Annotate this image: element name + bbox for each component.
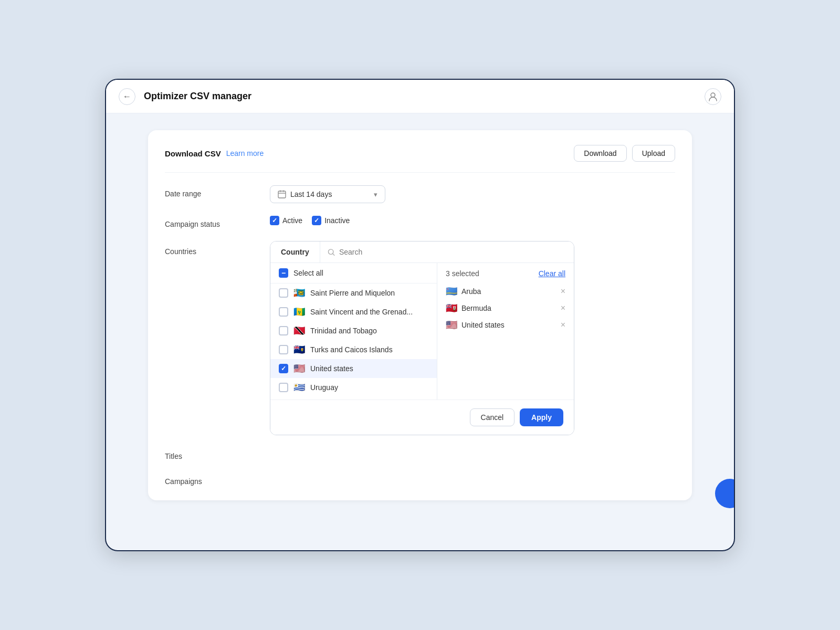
country-checkbox[interactable] bbox=[279, 326, 288, 335]
select-all-checkbox[interactable] bbox=[279, 268, 288, 278]
download-csv-bar: Download CSV Learn more Download Upload bbox=[165, 145, 675, 173]
cancel-button[interactable]: Cancel bbox=[470, 408, 515, 426]
country-list-item[interactable]: 🇻🇨Saint Vincent and the Grenad... bbox=[270, 302, 437, 321]
remove-country-button[interactable]: × bbox=[561, 287, 565, 296]
user-icon[interactable] bbox=[705, 88, 721, 105]
selected-country-item: 🇦🇼Aruba× bbox=[446, 283, 565, 300]
selected-country-left: 🇺🇸United states bbox=[446, 320, 505, 330]
clear-all-button[interactable]: Clear all bbox=[539, 269, 565, 278]
country-tab[interactable]: Country bbox=[270, 242, 320, 262]
main-card: Download CSV Learn more Download Upload … bbox=[148, 130, 692, 500]
country-checkbox[interactable] bbox=[279, 288, 288, 298]
titles-row: Titles bbox=[165, 448, 675, 460]
page-title: Optimizer CSV manager bbox=[144, 91, 251, 102]
countries-row: Countries Country bbox=[165, 241, 675, 435]
country-list-item[interactable]: 🇵🇲Saint Pierre and Miquelon bbox=[270, 284, 437, 302]
date-range-select[interactable]: Last 14 days ▾ bbox=[270, 185, 385, 203]
svg-rect-1 bbox=[278, 191, 286, 198]
download-button[interactable]: Download bbox=[574, 145, 626, 162]
inactive-checkbox[interactable] bbox=[312, 216, 321, 225]
campaigns-label: Campaigns bbox=[165, 473, 270, 486]
country-name: United states bbox=[310, 364, 353, 373]
country-name: Trinidad and Tobago bbox=[310, 327, 377, 335]
inactive-checkbox-label[interactable]: Inactive bbox=[312, 216, 350, 225]
country-name: Uruguay bbox=[310, 383, 338, 392]
active-checkbox[interactable] bbox=[270, 216, 279, 225]
campaign-status-label: Campaign status bbox=[165, 216, 270, 228]
country-checkbox-checked[interactable] bbox=[279, 364, 288, 373]
country-panel: Country bbox=[270, 241, 574, 435]
selected-country-name: Bermuda bbox=[461, 304, 491, 312]
selected-country-flag: 🇧🇲 bbox=[446, 303, 457, 313]
country-list-item[interactable]: 🇺🇿Uzbekistan bbox=[270, 397, 437, 400]
date-range-value: Last 14 days bbox=[290, 190, 332, 198]
select-all-label: Select all bbox=[293, 269, 323, 277]
svg-point-0 bbox=[711, 93, 715, 97]
country-panel-header: Country bbox=[270, 242, 574, 263]
selected-country-left: 🇧🇲Bermuda bbox=[446, 303, 491, 313]
country-search bbox=[320, 242, 574, 262]
country-checkbox[interactable] bbox=[279, 307, 288, 317]
selected-items-container: 🇦🇼Aruba×🇧🇲Bermuda×🇺🇸United states× bbox=[446, 283, 565, 333]
country-checkbox[interactable] bbox=[279, 345, 288, 354]
date-range-row: Date range Last 14 days ▾ bbox=[165, 185, 675, 203]
remove-country-button[interactable]: × bbox=[561, 304, 565, 312]
campaign-status-row: Campaign status Active Inactive bbox=[165, 216, 675, 228]
selected-country-left: 🇦🇼Aruba bbox=[446, 287, 481, 296]
inactive-label: Inactive bbox=[324, 216, 350, 225]
country-flag: 🇺🇾 bbox=[293, 383, 305, 392]
country-selected-panel: 3 selected Clear all 🇦🇼Aruba×🇧🇲Bermuda×🇺… bbox=[437, 263, 574, 400]
country-body: Select all 🇵🇲Saint Pierre and Miquelon🇻🇨… bbox=[270, 263, 574, 400]
country-list-item[interactable]: 🇹🇹Trinidad and Tobago bbox=[270, 321, 437, 340]
country-list: Select all 🇵🇲Saint Pierre and Miquelon🇻🇨… bbox=[270, 263, 437, 400]
selected-count: 3 selected bbox=[446, 269, 479, 278]
country-flag: 🇹🇨 bbox=[293, 345, 305, 354]
chevron-down-icon: ▾ bbox=[374, 191, 377, 198]
selected-country-item: 🇺🇸United states× bbox=[446, 317, 565, 333]
country-flag: 🇺🇸 bbox=[293, 364, 305, 373]
select-all-row[interactable]: Select all bbox=[270, 263, 437, 284]
upload-button[interactable]: Upload bbox=[632, 145, 675, 162]
country-search-input[interactable] bbox=[339, 248, 566, 256]
download-csv-label: Download CSV bbox=[165, 149, 221, 158]
learn-more-link[interactable]: Learn more bbox=[226, 149, 264, 158]
country-items-container: 🇵🇲Saint Pierre and Miquelon🇻🇨Saint Vince… bbox=[270, 284, 437, 400]
active-checkbox-label[interactable]: Active bbox=[270, 216, 302, 225]
active-label: Active bbox=[282, 216, 302, 225]
apply-button[interactable]: Apply bbox=[520, 408, 563, 426]
svg-point-2 bbox=[328, 249, 333, 254]
date-range-label: Date range bbox=[165, 185, 270, 198]
country-flag: 🇹🇹 bbox=[293, 326, 305, 335]
country-list-item[interactable]: 🇺🇸United states bbox=[270, 359, 437, 378]
titles-label: Titles bbox=[165, 448, 270, 460]
back-button[interactable]: ← bbox=[119, 88, 135, 105]
selected-country-name: United states bbox=[461, 321, 505, 329]
calendar-icon bbox=[278, 190, 286, 198]
country-list-item[interactable]: 🇺🇾Uruguay bbox=[270, 378, 437, 397]
selected-country-name: Aruba bbox=[461, 287, 481, 296]
remove-country-button[interactable]: × bbox=[561, 321, 565, 329]
country-flag: 🇻🇨 bbox=[293, 307, 305, 317]
country-flag: 🇵🇲 bbox=[293, 288, 305, 298]
country-name: Turks and Caicos Islands bbox=[310, 345, 393, 354]
country-name: Saint Vincent and the Grenad... bbox=[310, 308, 413, 316]
selected-country-flag: 🇺🇸 bbox=[446, 320, 457, 330]
search-icon bbox=[328, 248, 335, 256]
countries-label: Countries bbox=[165, 241, 270, 256]
country-list-item[interactable]: 🇹🇨Turks and Caicos Islands bbox=[270, 340, 437, 359]
selected-country-item: 🇧🇲Bermuda× bbox=[446, 300, 565, 317]
panel-footer: Cancel Apply bbox=[270, 400, 574, 435]
selected-country-flag: 🇦🇼 bbox=[446, 287, 457, 296]
country-checkbox[interactable] bbox=[279, 383, 288, 392]
country-name: Saint Pierre and Miquelon bbox=[310, 289, 395, 297]
top-bar: ← Optimizer CSV manager bbox=[106, 80, 734, 113]
campaigns-row: Campaigns bbox=[165, 473, 675, 486]
